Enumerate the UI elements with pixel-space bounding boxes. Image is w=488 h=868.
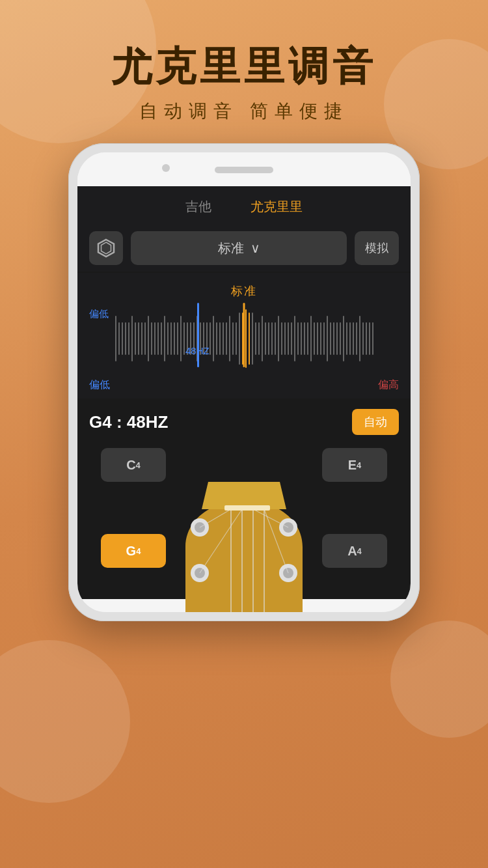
string-button-e4[interactable]: E4 (322, 448, 387, 482)
tabs-bar: 吉他 尤克里里 (77, 186, 411, 225)
pian-low-bottom: 偏低 (89, 378, 110, 392)
standard-label: 标准 (77, 283, 411, 299)
ukulele-area: C4 E4 G4 (89, 448, 399, 591)
note-row: G4 : 48HZ 自动 (89, 409, 399, 435)
headstock-svg (172, 482, 316, 612)
string-row-top: C4 E4 (101, 448, 387, 482)
sub-title: 自动调音 简单便捷 (111, 99, 377, 124)
center-needle (243, 303, 245, 367)
needle-area: 偏低 48HZ (77, 303, 411, 374)
string-button-a4[interactable]: A4 (322, 534, 387, 568)
phone-camera (162, 164, 170, 172)
svg-rect-19 (224, 505, 270, 511)
ticks-container (77, 303, 411, 374)
tuning-select[interactable]: 标准 ∨ (131, 231, 347, 265)
phone-mockup: 吉他 尤克里里 标准 ∨ 模拟 (68, 143, 420, 621)
hex-button[interactable] (89, 231, 123, 265)
tuner-display: 标准 偏低 48HZ 偏低 偏高 (77, 273, 411, 399)
controls-row: 标准 ∨ 模拟 (77, 225, 411, 272)
phone-inner: 吉他 尤克里里 标准 ∨ 模拟 (77, 152, 411, 612)
note-display: G4 : 48HZ (89, 412, 168, 432)
tuner-labels: 偏低 偏高 (77, 374, 411, 392)
note-text: G4 : 48HZ (89, 412, 168, 432)
freq-label: 48HZ (185, 345, 210, 356)
main-title: 尤克里里调音 (111, 39, 377, 94)
tab-ukulele[interactable]: 尤克里里 (251, 198, 303, 216)
app-content: 吉他 尤克里里 标准 ∨ 模拟 (77, 186, 411, 599)
svg-marker-1 (102, 242, 111, 254)
phone-speaker (215, 167, 273, 173)
chevron-down-icon: ∨ (251, 240, 260, 256)
auto-button[interactable]: 自动 (352, 409, 399, 435)
analog-button[interactable]: 模拟 (355, 231, 399, 265)
headstock-container (172, 482, 316, 612)
note-section: G4 : 48HZ 自动 C4 (77, 399, 411, 599)
string-button-c4[interactable]: C4 (101, 448, 166, 482)
hexagon-icon (96, 238, 116, 258)
string-button-g4[interactable]: G4 (101, 534, 166, 568)
phone-outer: 吉他 尤克里里 标准 ∨ 模拟 (68, 143, 420, 621)
pian-high: 偏高 (378, 378, 399, 392)
blue-needle (197, 303, 199, 367)
tuning-label: 标准 (218, 240, 244, 257)
title-area: 尤克里里调音 自动调音 简单便捷 (111, 39, 377, 124)
tab-guitar[interactable]: 吉他 (185, 198, 211, 216)
phone-topbar (77, 152, 411, 186)
